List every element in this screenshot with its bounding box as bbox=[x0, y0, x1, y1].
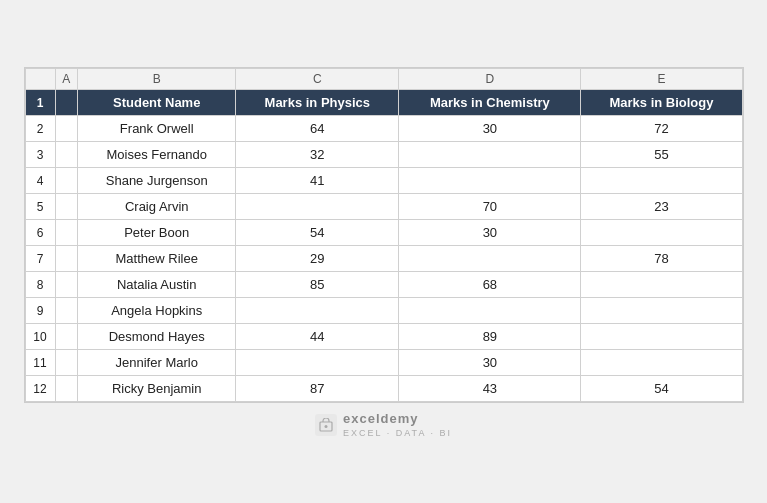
table-row: 11Jennifer Marlo30 bbox=[25, 350, 742, 376]
col-a-cell bbox=[55, 350, 78, 376]
col-physics-header: Marks in Physics bbox=[236, 90, 399, 116]
row-number: 3 bbox=[25, 142, 55, 168]
table-row: 3Moises Fernando3255 bbox=[25, 142, 742, 168]
col-d-header: D bbox=[399, 69, 581, 90]
chemistry-cell bbox=[399, 298, 581, 324]
col-a-cell bbox=[55, 246, 78, 272]
physics-cell: 64 bbox=[236, 116, 399, 142]
chemistry-cell: 43 bbox=[399, 376, 581, 402]
watermark-icon bbox=[315, 414, 337, 436]
chemistry-cell bbox=[399, 142, 581, 168]
col-chemistry-header: Marks in Chemistry bbox=[399, 90, 581, 116]
row-number: 12 bbox=[25, 376, 55, 402]
physics-cell: 54 bbox=[236, 220, 399, 246]
spreadsheet: A B C D E 1Student NameMarks in PhysicsM… bbox=[24, 67, 744, 403]
col-a-cell bbox=[55, 376, 78, 402]
corner-cell bbox=[25, 69, 55, 90]
col-a-cell bbox=[55, 298, 78, 324]
biology-cell: 78 bbox=[581, 246, 742, 272]
row-number: 8 bbox=[25, 272, 55, 298]
row-number: 9 bbox=[25, 298, 55, 324]
row-number: 6 bbox=[25, 220, 55, 246]
student-name-cell: Matthew Rilee bbox=[78, 246, 236, 272]
svg-point-1 bbox=[325, 425, 328, 428]
col-e-header: E bbox=[581, 69, 742, 90]
physics-cell: 29 bbox=[236, 246, 399, 272]
table-row: 9Angela Hopkins bbox=[25, 298, 742, 324]
biology-cell bbox=[581, 272, 742, 298]
student-name-cell: Ricky Benjamin bbox=[78, 376, 236, 402]
student-name-cell: Moises Fernando bbox=[78, 142, 236, 168]
student-name-cell: Desmond Hayes bbox=[78, 324, 236, 350]
col-biology-header: Marks in Biology bbox=[581, 90, 742, 116]
col-a-cell bbox=[55, 324, 78, 350]
col-name-header: Student Name bbox=[78, 90, 236, 116]
student-name-cell: Jennifer Marlo bbox=[78, 350, 236, 376]
col-a-cell bbox=[55, 142, 78, 168]
watermark-text: exceldemy EXCEL · DATA · BI bbox=[343, 411, 452, 440]
student-name-cell: Shane Jurgenson bbox=[78, 168, 236, 194]
chemistry-cell: 30 bbox=[399, 350, 581, 376]
biology-cell bbox=[581, 350, 742, 376]
col-a-cell bbox=[55, 90, 78, 116]
biology-cell bbox=[581, 220, 742, 246]
row-number: 5 bbox=[25, 194, 55, 220]
chemistry-cell: 30 bbox=[399, 220, 581, 246]
col-a-cell bbox=[55, 168, 78, 194]
table-row: 8Natalia Austin8568 bbox=[25, 272, 742, 298]
biology-cell bbox=[581, 298, 742, 324]
student-name-cell: Frank Orwell bbox=[78, 116, 236, 142]
row-number: 10 bbox=[25, 324, 55, 350]
student-name-cell: Natalia Austin bbox=[78, 272, 236, 298]
table-row: 2Frank Orwell643072 bbox=[25, 116, 742, 142]
col-a-header: A bbox=[55, 69, 78, 90]
row-number: 2 bbox=[25, 116, 55, 142]
physics-cell: 85 bbox=[236, 272, 399, 298]
physics-cell bbox=[236, 298, 399, 324]
row-number: 1 bbox=[25, 90, 55, 116]
chemistry-cell bbox=[399, 168, 581, 194]
physics-cell bbox=[236, 194, 399, 220]
student-name-cell: Angela Hopkins bbox=[78, 298, 236, 324]
chemistry-cell: 70 bbox=[399, 194, 581, 220]
physics-cell: 41 bbox=[236, 168, 399, 194]
watermark-brand: exceldemy bbox=[343, 411, 419, 428]
biology-cell: 54 bbox=[581, 376, 742, 402]
col-a-cell bbox=[55, 116, 78, 142]
biology-cell: 23 bbox=[581, 194, 742, 220]
physics-cell: 32 bbox=[236, 142, 399, 168]
chemistry-cell bbox=[399, 246, 581, 272]
biology-cell bbox=[581, 168, 742, 194]
row-number: 7 bbox=[25, 246, 55, 272]
table-row: 10Desmond Hayes4489 bbox=[25, 324, 742, 350]
student-name-cell: Peter Boon bbox=[78, 220, 236, 246]
table-row: 7Matthew Rilee2978 bbox=[25, 246, 742, 272]
student-name-cell: Craig Arvin bbox=[78, 194, 236, 220]
physics-cell bbox=[236, 350, 399, 376]
chemistry-cell: 89 bbox=[399, 324, 581, 350]
col-a-cell bbox=[55, 272, 78, 298]
biology-cell bbox=[581, 324, 742, 350]
table-row: 1Student NameMarks in PhysicsMarks in Ch… bbox=[25, 90, 742, 116]
col-c-header: C bbox=[236, 69, 399, 90]
table-row: 12Ricky Benjamin874354 bbox=[25, 376, 742, 402]
col-a-cell bbox=[55, 220, 78, 246]
table-row: 4Shane Jurgenson41 bbox=[25, 168, 742, 194]
biology-cell: 72 bbox=[581, 116, 742, 142]
physics-cell: 44 bbox=[236, 324, 399, 350]
col-b-header: B bbox=[78, 69, 236, 90]
table-row: 5Craig Arvin7023 bbox=[25, 194, 742, 220]
physics-cell: 87 bbox=[236, 376, 399, 402]
watermark: exceldemy EXCEL · DATA · BI bbox=[315, 411, 452, 440]
table-row: 6Peter Boon5430 bbox=[25, 220, 742, 246]
watermark-tagline: EXCEL · DATA · BI bbox=[343, 428, 452, 440]
row-number: 4 bbox=[25, 168, 55, 194]
chemistry-cell: 30 bbox=[399, 116, 581, 142]
biology-cell: 55 bbox=[581, 142, 742, 168]
row-number: 11 bbox=[25, 350, 55, 376]
chemistry-cell: 68 bbox=[399, 272, 581, 298]
col-a-cell bbox=[55, 194, 78, 220]
